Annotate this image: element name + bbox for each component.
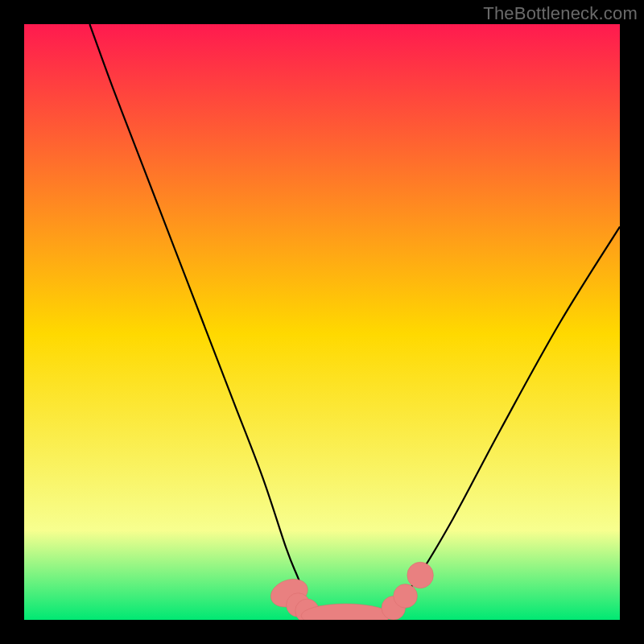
gradient-background [24, 24, 620, 620]
watermark-text: TheBottleneck.com [483, 3, 638, 24]
curve-marker [394, 584, 418, 609]
curve-marker [407, 562, 434, 588]
plot-area [24, 24, 620, 620]
chart-frame: TheBottleneck.com [0, 0, 644, 644]
chart-svg [24, 24, 620, 620]
